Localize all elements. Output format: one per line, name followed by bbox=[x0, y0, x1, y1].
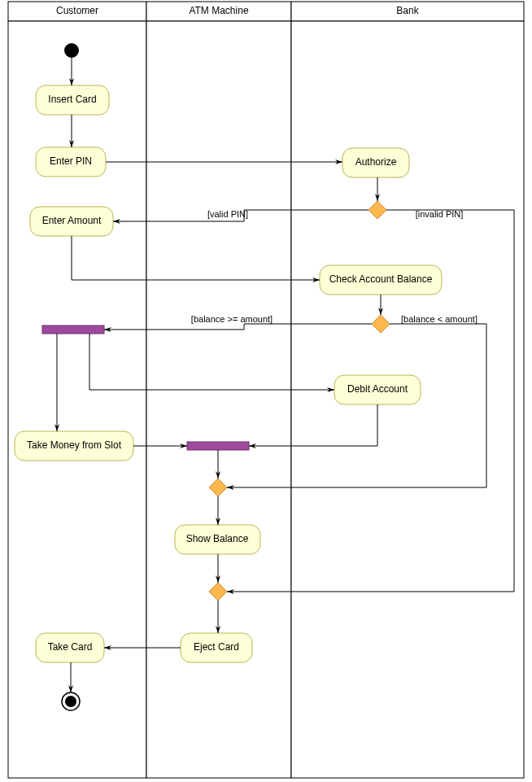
lane-body-atm bbox=[146, 21, 291, 778]
lane-title-bank: Bank bbox=[396, 5, 419, 16]
guard-balance-ge: [balance >= amount] bbox=[191, 314, 273, 324]
guard-balance-lt: [balance < amount] bbox=[401, 314, 477, 324]
lane-title-customer: Customer bbox=[56, 5, 98, 16]
label-take-card: Take Card bbox=[48, 641, 93, 653]
label-show-balance: Show Balance bbox=[186, 533, 249, 544]
label-debit-account: Debit Account bbox=[347, 383, 408, 395]
label-eject-card: Eject Card bbox=[194, 641, 239, 653]
lane-title-atm: ATM Machine bbox=[189, 5, 248, 16]
label-take-money: Take Money from Slot bbox=[27, 439, 122, 451]
label-enter-amount: Enter Amount bbox=[42, 215, 102, 226]
label-check-balance: Check Account Balance bbox=[329, 273, 433, 285]
join-bar bbox=[187, 442, 249, 450]
label-insert-card: Insert Card bbox=[48, 94, 96, 105]
fork-bar bbox=[42, 325, 104, 334]
label-enter-pin: Enter PIN bbox=[50, 155, 92, 167]
final-node-inner bbox=[65, 696, 76, 707]
guard-invalid-pin: [invalid PIN] bbox=[416, 209, 464, 219]
activity-diagram: Customer ATM Machine Bank Insert Card En… bbox=[0, 0, 532, 782]
guard-valid-pin: [valid PIN] bbox=[207, 209, 248, 219]
initial-node bbox=[64, 43, 79, 58]
lane-body-customer bbox=[8, 21, 146, 778]
label-authorize: Authorize bbox=[355, 156, 397, 168]
